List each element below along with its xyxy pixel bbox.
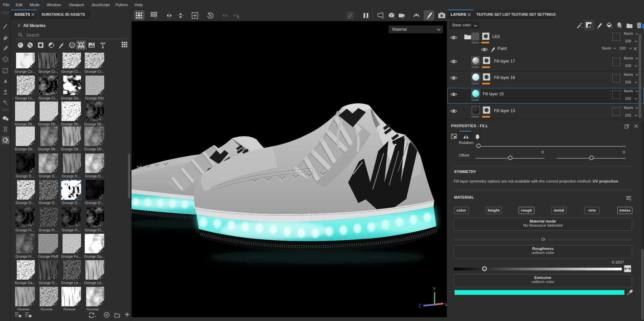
svg-text:X: X <box>444 302 447 307</box>
svg-text:Z: Z <box>419 303 422 308</box>
svg-text:Y: Y <box>433 286 436 292</box>
